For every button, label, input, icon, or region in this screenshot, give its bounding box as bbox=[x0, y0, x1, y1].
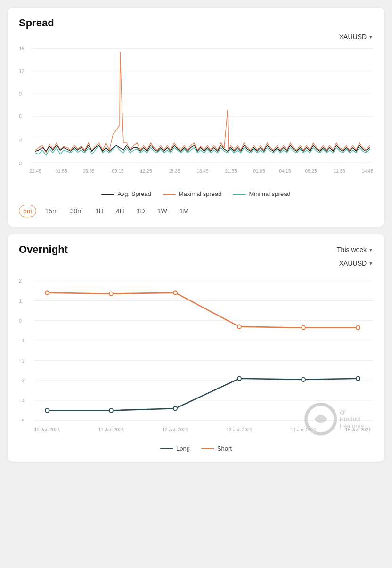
min-spread-line bbox=[233, 194, 246, 195]
spread-card: Spread XAUUSD ▼ 15 12 9 6 3 0 22:45 01:5… bbox=[8, 8, 384, 227]
svg-point-50 bbox=[237, 325, 241, 328]
overnight-period-arrow: ▼ bbox=[368, 247, 373, 252]
svg-point-55 bbox=[173, 406, 177, 410]
spread-legend: Avg. Spread Maximal spread Minimal sprea… bbox=[19, 190, 373, 197]
svg-text:14:45: 14:45 bbox=[361, 169, 373, 174]
svg-text:2: 2 bbox=[19, 278, 22, 284]
overnight-chart: 2 1 0 −1 −2 −3 −4 −5 10 Jan 2021 11 Jan … bbox=[19, 271, 373, 440]
overnight-symbol-arrow: ▼ bbox=[368, 261, 373, 266]
svg-point-58 bbox=[356, 376, 360, 380]
svg-point-56 bbox=[237, 376, 241, 380]
time-btn-4h[interactable]: 4H bbox=[112, 205, 128, 217]
svg-text:21:55: 21:55 bbox=[225, 169, 237, 174]
svg-text:22:45: 22:45 bbox=[29, 169, 41, 174]
legend-min-spread: Minimal spread bbox=[233, 190, 290, 197]
svg-text:10 Jan 2021: 10 Jan 2021 bbox=[34, 427, 60, 432]
svg-text:08:25: 08:25 bbox=[305, 169, 317, 174]
max-spread-label: Maximal spread bbox=[179, 190, 222, 197]
overnight-symbol-dropdown[interactable]: XAUUSD ▼ bbox=[339, 260, 373, 267]
long-label: Long bbox=[176, 445, 190, 452]
max-spread-line bbox=[163, 194, 176, 195]
time-btn-30m[interactable]: 30m bbox=[66, 205, 87, 217]
avg-spread-line bbox=[101, 194, 114, 195]
legend-avg-spread: Avg. Spread bbox=[101, 190, 151, 197]
spread-svg: 15 12 9 6 3 0 22:45 01:55 05:05 09:15 12… bbox=[19, 44, 373, 186]
time-btn-15m[interactable]: 15m bbox=[41, 205, 61, 217]
avg-spread-label: Avg. Spread bbox=[117, 190, 151, 197]
legend-long: Long bbox=[160, 445, 190, 452]
svg-point-53 bbox=[45, 408, 49, 412]
spread-symbol-label: XAUUSD bbox=[339, 33, 367, 41]
spread-header: Spread bbox=[19, 17, 373, 29]
time-btn-5m[interactable]: 5m bbox=[19, 205, 36, 217]
svg-point-47 bbox=[45, 291, 49, 294]
svg-text:−1: −1 bbox=[19, 338, 25, 343]
svg-text:−2: −2 bbox=[19, 358, 25, 364]
svg-text:0: 0 bbox=[19, 161, 22, 166]
time-btn-1m[interactable]: 1M bbox=[176, 205, 192, 217]
long-line bbox=[160, 448, 173, 449]
svg-text:14 Jan 2021: 14 Jan 2021 bbox=[291, 427, 317, 432]
overnight-symbol-label: XAUUSD bbox=[339, 260, 367, 267]
svg-text:−5: −5 bbox=[19, 418, 25, 423]
spread-symbol-dropdown[interactable]: XAUUSD ▼ bbox=[339, 33, 373, 41]
spread-symbol-arrow: ▼ bbox=[368, 34, 373, 40]
svg-text:09:15: 09:15 bbox=[112, 169, 123, 174]
svg-text:18:45: 18:45 bbox=[196, 169, 208, 174]
overnight-title: Overnight bbox=[19, 243, 68, 256]
svg-text:15:35: 15:35 bbox=[168, 169, 180, 174]
overnight-period-dropdown[interactable]: This week ▼ bbox=[337, 246, 373, 253]
legend-short: Short bbox=[201, 445, 232, 452]
svg-point-48 bbox=[109, 292, 113, 295]
svg-text:12 Jan 2021: 12 Jan 2021 bbox=[163, 427, 188, 432]
svg-text:12: 12 bbox=[19, 68, 24, 74]
svg-text:15: 15 bbox=[19, 46, 24, 51]
svg-point-51 bbox=[302, 325, 305, 329]
short-label: Short bbox=[217, 445, 232, 452]
spread-title: Spread bbox=[19, 17, 54, 29]
time-btn-1d[interactable]: 1D bbox=[133, 205, 149, 217]
overnight-card: Overnight This week ▼ XAUUSD ▼ 2 1 0 −1 … bbox=[8, 234, 384, 462]
svg-text:11 Jan 2021: 11 Jan 2021 bbox=[98, 427, 124, 432]
spread-chart: 15 12 9 6 3 0 22:45 01:55 05:05 09:15 12… bbox=[19, 44, 373, 186]
min-spread-label: Minimal spread bbox=[249, 190, 290, 197]
overnight-legend: Long Short bbox=[19, 445, 373, 452]
short-line bbox=[201, 448, 214, 449]
svg-text:04:15: 04:15 bbox=[279, 169, 291, 174]
svg-text:11:35: 11:35 bbox=[333, 169, 345, 174]
svg-point-49 bbox=[173, 291, 177, 294]
svg-text:13 Jan 2021: 13 Jan 2021 bbox=[227, 427, 253, 432]
svg-text:05:05: 05:05 bbox=[82, 169, 94, 174]
svg-text:15 Jan 2021: 15 Jan 2021 bbox=[345, 427, 371, 432]
svg-text:−4: −4 bbox=[19, 398, 25, 403]
svg-point-54 bbox=[109, 408, 113, 412]
overnight-period-label: This week bbox=[337, 246, 367, 253]
svg-text:01:55: 01:55 bbox=[55, 169, 67, 174]
svg-text:6: 6 bbox=[19, 114, 22, 119]
svg-text:12:25: 12:25 bbox=[140, 169, 152, 174]
svg-text:9: 9 bbox=[19, 91, 22, 97]
time-btn-1h[interactable]: 1H bbox=[91, 205, 107, 217]
overnight-svg: 2 1 0 −1 −2 −3 −4 −5 10 Jan 2021 11 Jan … bbox=[19, 271, 373, 440]
overnight-header: Overnight This week ▼ bbox=[19, 243, 373, 256]
svg-text:1: 1 bbox=[19, 298, 22, 303]
svg-text:0: 0 bbox=[19, 318, 22, 324]
time-btn-1w[interactable]: 1W bbox=[154, 205, 171, 217]
svg-point-57 bbox=[302, 378, 305, 381]
legend-max-spread: Maximal spread bbox=[163, 190, 222, 197]
svg-text:−3: −3 bbox=[19, 378, 25, 383]
svg-text:3: 3 bbox=[19, 136, 22, 142]
svg-point-52 bbox=[356, 325, 360, 329]
time-button-group: 5m 15m 30m 1H 4H 1D 1W 1M bbox=[19, 205, 373, 217]
svg-text:01:05: 01:05 bbox=[253, 169, 265, 174]
